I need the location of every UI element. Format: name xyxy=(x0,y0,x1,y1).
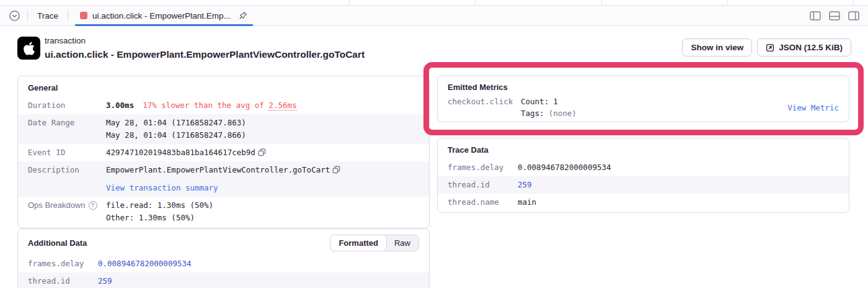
row-key: thread.id xyxy=(448,179,518,191)
copy-icon[interactable] xyxy=(332,166,340,174)
tab-divider xyxy=(68,11,68,21)
tab-transaction-label: ui.action.click - EmpowerPlant.Emp... xyxy=(92,11,231,20)
tags-label: Tags: xyxy=(521,107,544,119)
additional-data-title: Additional Data xyxy=(28,238,87,248)
tab-divider xyxy=(27,11,28,21)
tab-transaction[interactable]: ui.action.click - EmpowerPlant.Emp... xyxy=(75,6,253,25)
emitted-metrics-section: Emitted Metrics checkout.click Count: 1 … xyxy=(437,75,849,122)
event-id-key: Event ID xyxy=(28,146,106,159)
apple-platform-icon xyxy=(17,37,40,60)
date-range-row: Date Range May 28, 01:04 (1716858247.863… xyxy=(18,114,429,144)
trace-grid-top-strip xyxy=(0,0,868,5)
format-toggle: Formatted Raw xyxy=(330,235,419,251)
copy-icon[interactable] xyxy=(258,148,266,156)
emitted-metric-row: checkout.click Count: 1 Tags: (none) Vie… xyxy=(438,94,849,119)
show-in-view-button[interactable]: Show in view xyxy=(682,38,752,56)
date-range-start: May 28, 01:04 (1716858247.863) xyxy=(106,117,246,129)
layout-right-panel-icon[interactable] xyxy=(848,11,859,20)
duration-average-value[interactable]: 2.56ms xyxy=(268,101,296,110)
ops-breakdown-row: Ops Breakdown ? file.read: 1.30ms (50%) … xyxy=(18,197,429,228)
additional-data-section: Additional Data Formatted Raw frames.del… xyxy=(17,228,430,288)
json-button-label: JSON (12.5 KiB) xyxy=(779,43,843,52)
general-section-title: General xyxy=(18,76,429,97)
json-button[interactable]: JSON (12.5 KiB) xyxy=(757,38,851,56)
event-id-value: 429747102019483ba81ba164617ceb9d xyxy=(106,148,255,157)
table-row: thread.id 259 xyxy=(18,272,429,288)
duration-key: Duration xyxy=(28,99,106,112)
row-key: thread.id xyxy=(28,275,98,287)
ops-breakdown-key: Ops Breakdown xyxy=(28,199,86,212)
description-row: Description EmpowerPlant.EmpowerPlantVie… xyxy=(18,161,429,197)
drawer-tab-bar: Trace ui.action.click - EmpowerPlant.Emp… xyxy=(0,5,868,26)
duration-value: 3.00ms xyxy=(106,101,134,110)
layout-left-panel-icon[interactable] xyxy=(810,11,821,20)
grid-divider xyxy=(727,0,728,5)
event-id-row: Event ID 429747102019483ba81ba164617ceb9… xyxy=(18,144,429,161)
trace-data-title: Trace Data xyxy=(438,138,849,159)
count-value: 1 xyxy=(553,96,558,107)
duration-warning-text: 17% slower than the avg of xyxy=(143,101,268,110)
row-value: 259 xyxy=(518,179,532,191)
tabs-chevron-button[interactable] xyxy=(9,10,20,22)
tags-value: (none) xyxy=(549,107,577,119)
emitted-metrics-title: Emitted Metrics xyxy=(438,76,849,94)
ops-breakdown-line-1: file.read: 1.30ms (50%) xyxy=(106,199,213,212)
view-metric-link[interactable]: View Metric xyxy=(787,102,839,114)
table-row: frames.delay 0.008946782000009534 xyxy=(18,255,429,272)
ops-breakdown-line-2: Other: 1.30ms (50%) xyxy=(106,212,213,224)
row-value: 259 xyxy=(98,275,112,287)
row-key: frames.delay xyxy=(28,258,98,270)
help-icon[interactable]: ? xyxy=(89,201,97,210)
page-title: ui.action.click - EmpowerPlant.EmpowerPl… xyxy=(45,49,365,60)
grid-divider xyxy=(601,0,602,5)
description-key: Description xyxy=(28,164,106,194)
count-label: Count: xyxy=(521,96,549,107)
trace-data-section: Trace Data frames.delay 0.00894678200000… xyxy=(437,138,849,213)
active-tab-underline xyxy=(75,24,253,26)
date-range-end: May 28, 01:04 (1716858247.866) xyxy=(106,129,246,142)
formatted-button[interactable]: Formatted xyxy=(330,235,387,251)
table-row: thread.id 259 xyxy=(438,176,849,194)
layout-bottom-panel-icon[interactable] xyxy=(829,11,840,20)
row-value: 0.008946782000009534 xyxy=(98,258,192,270)
table-row: frames.delay 0.008946782000009534 xyxy=(438,159,849,176)
row-value: main xyxy=(518,196,536,209)
general-section: General Duration 3.00ms17% slower than t… xyxy=(17,76,430,228)
grid-divider xyxy=(349,0,350,5)
external-link-icon xyxy=(766,43,774,52)
row-key: frames.delay xyxy=(448,161,518,174)
header-actions: Show in view JSON (12.5 KiB) xyxy=(682,38,851,56)
view-transaction-summary-link[interactable]: View transaction summary xyxy=(106,183,218,192)
row-value: 0.008946782000009534 xyxy=(518,161,611,174)
pin-icon[interactable] xyxy=(238,11,248,20)
row-key: thread.name xyxy=(448,196,518,209)
tab-trace[interactable]: Trace xyxy=(35,11,61,20)
grid-divider xyxy=(475,0,476,5)
duration-row: Duration 3.00ms17% slower than the avg o… xyxy=(18,97,429,114)
raw-button[interactable]: Raw xyxy=(386,235,418,251)
metric-name: checkout.click xyxy=(448,96,521,107)
chevron-down-circle-icon xyxy=(9,10,20,22)
grid-divider xyxy=(853,0,854,5)
event-type-label: transaction xyxy=(45,36,86,45)
table-row: thread.name main xyxy=(438,194,849,212)
date-range-key: Date Range xyxy=(28,117,106,142)
description-value: EmpowerPlant.EmpowerPlantViewController.… xyxy=(106,165,330,174)
transaction-op-icon xyxy=(80,12,87,19)
